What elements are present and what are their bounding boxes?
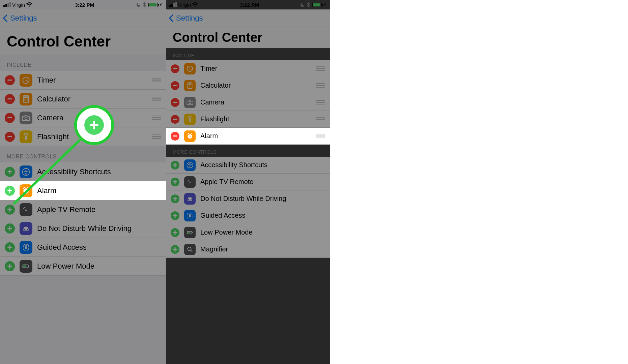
svg-point-10 — [26, 136, 27, 138]
magnifier-icon — [184, 244, 196, 255]
svg-point-35 — [190, 163, 191, 164]
plus-icon — [84, 115, 104, 135]
appletv-icon: tv — [20, 203, 32, 216]
svg-point-38 — [191, 199, 192, 200]
add-button[interactable] — [171, 211, 179, 220]
drag-handle-icon[interactable] — [316, 116, 325, 123]
carrier-label: Virgin — [178, 2, 191, 8]
add-button[interactable] — [5, 261, 15, 271]
svg-rect-24 — [189, 83, 192, 85]
control-row-timer[interactable]: Timer — [166, 60, 330, 77]
svg-point-37 — [188, 199, 189, 200]
control-row-accessibility[interactable]: Accessibility Shortcuts — [166, 157, 330, 174]
drag-handle-icon[interactable] — [152, 133, 161, 140]
svg-rect-20 — [29, 266, 29, 267]
svg-point-28 — [189, 87, 189, 87]
chevron-left-icon — [169, 14, 177, 22]
control-row-camera[interactable]: Camera — [166, 94, 330, 111]
annotation-add-circle — [74, 105, 114, 145]
control-row-accessibility[interactable]: Accessibility Shortcuts — [0, 162, 166, 181]
add-button[interactable] — [171, 161, 179, 170]
calculator-icon — [20, 93, 32, 105]
control-row-magnifier[interactable]: Magnifier — [166, 241, 330, 258]
drag-handle-icon[interactable] — [316, 65, 325, 72]
control-label: Guided Access — [200, 212, 325, 219]
back-button[interactable]: Settings — [3, 14, 37, 23]
bluetooth-icon — [143, 2, 146, 7]
svg-text:tv: tv — [189, 180, 191, 183]
control-row-alarm[interactable]: Alarm — [166, 128, 330, 145]
svg-text:tv: tv — [25, 208, 27, 211]
page-title: Control Center — [0, 27, 166, 55]
drag-handle-icon[interactable] — [152, 77, 161, 84]
control-row-lowpower[interactable]: Low Power Mode — [0, 257, 166, 276]
svg-rect-40 — [189, 215, 191, 217]
add-button[interactable] — [171, 178, 179, 186]
add-button[interactable] — [5, 223, 15, 234]
accessibility-icon — [184, 159, 196, 171]
camera-icon — [20, 112, 32, 124]
back-button[interactable]: Settings — [169, 14, 203, 23]
svg-point-30 — [191, 87, 191, 87]
svg-rect-2 — [24, 96, 28, 98]
control-row-car[interactable]: Do Not Disturb While Driving — [166, 190, 330, 207]
control-row-appletv[interactable]: tvApple TV Remote — [0, 200, 166, 219]
add-button[interactable] — [171, 194, 179, 203]
nav-bar: Settings — [0, 9, 166, 27]
flashlight-icon — [184, 114, 196, 125]
remove-button[interactable] — [171, 132, 179, 141]
control-row-appletv[interactable]: tvApple TV Remote — [166, 174, 330, 190]
wifi-icon — [26, 2, 32, 7]
camera-icon — [184, 97, 196, 108]
lowpower-icon — [184, 227, 196, 238]
battery-icon — [312, 3, 322, 7]
add-button[interactable] — [5, 205, 15, 215]
control-row-lowpower[interactable]: Low Power Mode — [166, 224, 330, 241]
control-row-calculator[interactable]: Calculator — [0, 90, 166, 109]
control-row-guided[interactable]: Guided Access — [0, 238, 166, 257]
add-button[interactable] — [171, 245, 179, 254]
svg-point-5 — [27, 99, 28, 100]
svg-point-8 — [27, 100, 28, 101]
remove-button[interactable] — [171, 64, 179, 73]
remove-button[interactable] — [5, 113, 15, 123]
remove-button[interactable] — [5, 75, 15, 85]
remove-button[interactable] — [171, 81, 179, 90]
drag-handle-icon[interactable] — [152, 96, 161, 102]
remove-button[interactable] — [5, 132, 15, 142]
control-row-alarm[interactable]: Alarm — [0, 181, 166, 200]
car-icon — [184, 193, 196, 205]
remove-button[interactable] — [171, 98, 179, 107]
back-label: Settings — [176, 14, 203, 23]
svg-point-25 — [189, 85, 189, 86]
add-button[interactable] — [5, 186, 15, 196]
control-row-timer[interactable]: Timer — [0, 71, 166, 90]
clock-label: 3:22 PM — [240, 2, 259, 8]
drag-handle-icon[interactable] — [316, 99, 325, 106]
control-row-guided[interactable]: Guided Access — [166, 207, 330, 224]
control-label: Accessibility Shortcuts — [37, 168, 161, 176]
control-row-calculator[interactable]: Calculator — [166, 77, 330, 94]
control-row-car[interactable]: Do Not Disturb While Driving — [0, 219, 166, 238]
drag-handle-icon[interactable] — [316, 133, 325, 140]
clock-label: 3:22 PM — [75, 2, 94, 8]
control-row-flashlight[interactable]: Flashlight — [166, 111, 330, 128]
drag-handle-icon[interactable] — [316, 82, 325, 89]
add-button[interactable] — [171, 228, 179, 237]
include-section-header: INCLUDE — [0, 55, 166, 71]
nav-bar: Settings — [166, 9, 330, 27]
control-label: Alarm — [200, 132, 316, 140]
wifi-icon — [192, 2, 198, 7]
svg-point-7 — [26, 100, 27, 101]
status-bar: Virgin 3:22 PM ⚡︎ — [166, 0, 330, 9]
add-button[interactable] — [5, 167, 15, 177]
guided-icon — [184, 210, 196, 221]
control-label: Flashlight — [200, 115, 316, 123]
remove-button[interactable] — [5, 94, 15, 104]
remove-button[interactable] — [171, 115, 179, 124]
control-label: Accessibility Shortcuts — [200, 161, 325, 169]
add-button[interactable] — [5, 242, 15, 252]
control-label: Apple TV Remote — [37, 205, 161, 214]
drag-handle-icon[interactable] — [152, 115, 161, 121]
screenshot-panel-1: Virgin 3:22 PM ⚡︎ Settings Control Cente… — [0, 0, 166, 364]
